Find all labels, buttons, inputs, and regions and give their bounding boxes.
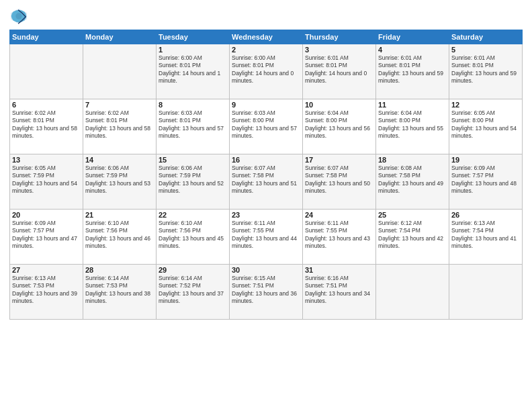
day-info: Sunrise: 6:14 AMSunset: 7:52 PMDaylight:…	[159, 275, 227, 306]
day-cell: 27Sunrise: 6:13 AMSunset: 7:53 PMDayligh…	[10, 265, 83, 320]
day-cell: 4Sunrise: 6:01 AMSunset: 8:01 PMDaylight…	[376, 44, 449, 99]
page: SundayMondayTuesdayWednesdayThursdayFrid…	[0, 0, 532, 411]
day-cell: 13Sunrise: 6:05 AMSunset: 7:59 PMDayligh…	[10, 154, 83, 210]
day-info: Sunrise: 6:16 AMSunset: 7:51 PMDaylight:…	[305, 275, 373, 306]
day-cell: 21Sunrise: 6:10 AMSunset: 7:56 PMDayligh…	[83, 210, 157, 265]
day-cell: 20Sunrise: 6:09 AMSunset: 7:57 PMDayligh…	[10, 210, 83, 265]
day-cell	[376, 265, 449, 320]
week-row-3: 13Sunrise: 6:05 AMSunset: 7:59 PMDayligh…	[10, 154, 523, 210]
day-cell: 29Sunrise: 6:14 AMSunset: 7:52 PMDayligh…	[157, 265, 230, 320]
day-info: Sunrise: 6:06 AMSunset: 7:59 PMDaylight:…	[85, 165, 154, 195]
day-number: 11	[378, 101, 447, 109]
day-number: 26	[451, 211, 520, 219]
day-number: 10	[305, 101, 373, 109]
day-number: 23	[232, 211, 300, 219]
day-info: Sunrise: 6:13 AMSunset: 7:53 PMDaylight:…	[12, 275, 81, 306]
day-number: 19	[451, 156, 520, 164]
day-cell: 8Sunrise: 6:03 AMSunset: 8:01 PMDaylight…	[157, 99, 230, 154]
day-info: Sunrise: 6:11 AMSunset: 7:55 PMDaylight:…	[305, 220, 373, 250]
day-cell: 9Sunrise: 6:03 AMSunset: 8:00 PMDaylight…	[230, 99, 303, 154]
day-cell: 24Sunrise: 6:11 AMSunset: 7:55 PMDayligh…	[303, 210, 376, 265]
day-info: Sunrise: 6:11 AMSunset: 7:55 PMDaylight:…	[232, 220, 300, 250]
day-cell: 30Sunrise: 6:15 AMSunset: 7:51 PMDayligh…	[230, 265, 303, 320]
day-number: 16	[232, 156, 300, 164]
day-cell: 2Sunrise: 6:00 AMSunset: 8:01 PMDaylight…	[230, 44, 303, 99]
day-info: Sunrise: 6:01 AMSunset: 8:01 PMDaylight:…	[305, 54, 373, 85]
day-cell	[449, 265, 523, 320]
day-number: 28	[85, 266, 154, 274]
header	[9, 7, 523, 26]
day-number: 17	[305, 156, 373, 164]
day-info: Sunrise: 6:07 AMSunset: 7:58 PMDaylight:…	[305, 165, 373, 195]
day-cell: 3Sunrise: 6:01 AMSunset: 8:01 PMDaylight…	[303, 44, 376, 99]
day-number: 24	[305, 211, 373, 219]
day-info: Sunrise: 6:09 AMSunset: 7:57 PMDaylight:…	[12, 220, 81, 250]
day-info: Sunrise: 6:15 AMSunset: 7:51 PMDaylight:…	[232, 275, 300, 306]
day-number: 31	[305, 266, 373, 274]
day-number: 12	[451, 101, 520, 109]
day-number: 1	[159, 46, 227, 54]
weekday-header-sunday: Sunday	[10, 30, 83, 44]
day-info: Sunrise: 6:01 AMSunset: 8:01 PMDaylight:…	[451, 54, 520, 85]
day-cell: 5Sunrise: 6:01 AMSunset: 8:01 PMDaylight…	[449, 44, 523, 99]
week-row-4: 20Sunrise: 6:09 AMSunset: 7:57 PMDayligh…	[10, 210, 523, 265]
weekday-header-row: SundayMondayTuesdayWednesdayThursdayFrid…	[10, 30, 523, 44]
weekday-header-wednesday: Wednesday	[230, 30, 303, 44]
day-info: Sunrise: 6:04 AMSunset: 8:00 PMDaylight:…	[378, 109, 447, 140]
day-info: Sunrise: 6:09 AMSunset: 7:57 PMDaylight:…	[451, 165, 520, 195]
day-cell: 25Sunrise: 6:12 AMSunset: 7:54 PMDayligh…	[376, 210, 449, 265]
day-number: 8	[159, 101, 227, 109]
day-info: Sunrise: 6:13 AMSunset: 7:54 PMDaylight:…	[451, 220, 520, 250]
day-number: 29	[159, 266, 227, 274]
weekday-header-tuesday: Tuesday	[157, 30, 230, 44]
day-info: Sunrise: 6:12 AMSunset: 7:54 PMDaylight:…	[378, 220, 447, 250]
day-cell: 15Sunrise: 6:06 AMSunset: 7:59 PMDayligh…	[157, 154, 230, 210]
day-info: Sunrise: 6:02 AMSunset: 8:01 PMDaylight:…	[85, 109, 154, 140]
day-info: Sunrise: 6:01 AMSunset: 8:01 PMDaylight:…	[378, 54, 447, 85]
day-info: Sunrise: 6:07 AMSunset: 7:58 PMDaylight:…	[232, 165, 300, 195]
day-info: Sunrise: 6:00 AMSunset: 8:01 PMDaylight:…	[232, 54, 300, 85]
day-info: Sunrise: 6:00 AMSunset: 8:01 PMDaylight:…	[159, 54, 227, 85]
day-info: Sunrise: 6:05 AMSunset: 8:00 PMDaylight:…	[451, 109, 520, 140]
day-number: 15	[159, 156, 227, 164]
day-cell: 19Sunrise: 6:09 AMSunset: 7:57 PMDayligh…	[449, 154, 523, 210]
weekday-header-friday: Friday	[376, 30, 449, 44]
day-number: 30	[232, 266, 300, 274]
day-cell: 23Sunrise: 6:11 AMSunset: 7:55 PMDayligh…	[230, 210, 303, 265]
day-cell: 22Sunrise: 6:10 AMSunset: 7:56 PMDayligh…	[157, 210, 230, 265]
day-cell: 31Sunrise: 6:16 AMSunset: 7:51 PMDayligh…	[303, 265, 376, 320]
weekday-header-monday: Monday	[83, 30, 157, 44]
day-info: Sunrise: 6:03 AMSunset: 8:00 PMDaylight:…	[232, 109, 300, 140]
calendar-table: SundayMondayTuesdayWednesdayThursdayFrid…	[9, 30, 523, 320]
day-number: 7	[85, 101, 154, 109]
day-cell: 10Sunrise: 6:04 AMSunset: 8:00 PMDayligh…	[303, 99, 376, 154]
day-number: 6	[12, 101, 81, 109]
week-row-2: 6Sunrise: 6:02 AMSunset: 8:01 PMDaylight…	[10, 99, 523, 154]
day-cell: 18Sunrise: 6:08 AMSunset: 7:58 PMDayligh…	[376, 154, 449, 210]
day-info: Sunrise: 6:05 AMSunset: 7:59 PMDaylight:…	[12, 165, 81, 195]
weekday-header-thursday: Thursday	[303, 30, 376, 44]
day-number: 3	[305, 46, 373, 54]
day-info: Sunrise: 6:14 AMSunset: 7:53 PMDaylight:…	[85, 275, 154, 306]
day-cell: 17Sunrise: 6:07 AMSunset: 7:58 PMDayligh…	[303, 154, 376, 210]
day-info: Sunrise: 6:08 AMSunset: 7:58 PMDaylight:…	[378, 165, 447, 195]
day-cell: 14Sunrise: 6:06 AMSunset: 7:59 PMDayligh…	[83, 154, 157, 210]
day-cell: 26Sunrise: 6:13 AMSunset: 7:54 PMDayligh…	[449, 210, 523, 265]
day-cell: 12Sunrise: 6:05 AMSunset: 8:00 PMDayligh…	[449, 99, 523, 154]
day-number: 25	[378, 211, 447, 219]
day-cell: 28Sunrise: 6:14 AMSunset: 7:53 PMDayligh…	[83, 265, 157, 320]
day-cell: 16Sunrise: 6:07 AMSunset: 7:58 PMDayligh…	[230, 154, 303, 210]
day-number: 21	[85, 211, 154, 219]
day-cell: 1Sunrise: 6:00 AMSunset: 8:01 PMDaylight…	[157, 44, 230, 99]
day-info: Sunrise: 6:06 AMSunset: 7:59 PMDaylight:…	[159, 165, 227, 195]
week-row-5: 27Sunrise: 6:13 AMSunset: 7:53 PMDayligh…	[10, 265, 523, 320]
day-number: 20	[12, 211, 81, 219]
logo	[9, 7, 30, 26]
day-number: 5	[451, 46, 520, 54]
day-number: 14	[85, 156, 154, 164]
svg-point-1	[15, 13, 21, 19]
day-cell: 7Sunrise: 6:02 AMSunset: 8:01 PMDaylight…	[83, 99, 157, 154]
day-cell: 11Sunrise: 6:04 AMSunset: 8:00 PMDayligh…	[376, 99, 449, 154]
day-info: Sunrise: 6:10 AMSunset: 7:56 PMDaylight:…	[159, 220, 227, 250]
day-cell: 6Sunrise: 6:02 AMSunset: 8:01 PMDaylight…	[10, 99, 83, 154]
